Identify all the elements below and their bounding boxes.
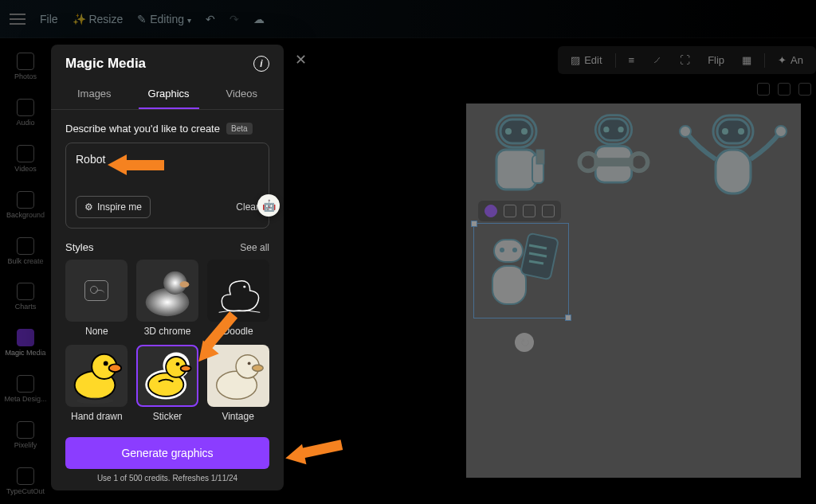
flip-button[interactable]: Flip: [703, 51, 729, 69]
svg-point-3: [243, 286, 245, 288]
refresh-icon[interactable]: ↻: [515, 333, 534, 352]
style-doodle[interactable]: Doodle: [206, 260, 269, 337]
duck-chrome-icon: [136, 260, 198, 322]
sidebar-item-videos[interactable]: Videos: [0, 145, 51, 174]
svg-point-36: [722, 128, 728, 135]
robot-graphic-2[interactable]: [574, 111, 653, 198]
generate-button[interactable]: Generate graphics: [65, 437, 269, 469]
regenerate-icon[interactable]: [484, 205, 497, 217]
sidebar-item-audio[interactable]: Audio: [0, 99, 51, 127]
svg-point-8: [76, 397, 114, 404]
align-icon[interactable]: ≡: [624, 51, 640, 69]
svg-point-13: [181, 365, 191, 371]
svg-rect-25: [536, 150, 544, 164]
animate-button[interactable]: ✦ An: [773, 51, 808, 69]
svg-point-0: [146, 288, 190, 316]
describe-label: Describe what you'd like to create: [65, 123, 220, 135]
svg-rect-41: [494, 240, 523, 262]
beta-badge: Beta: [226, 123, 253, 135]
svg-point-14: [176, 362, 180, 366]
assistant-icon[interactable]: 🤖: [257, 194, 280, 217]
robot-graphic-3[interactable]: [677, 111, 789, 207]
svg-point-6: [109, 364, 122, 372]
edit-button[interactable]: ▨ Edit: [566, 51, 606, 69]
file-menu[interactable]: File: [40, 13, 58, 25]
cloud-sync-icon[interactable]: ☁: [253, 13, 265, 25]
top-toolbar: File ✨ Resize ✎ Editing ▾ ↶ ↷ ☁: [0, 0, 816, 38]
svg-point-43: [512, 248, 517, 252]
magic-media-panel: Magic Media i Images Graphics Videos Des…: [51, 45, 284, 490]
clear-button[interactable]: Clear: [236, 201, 259, 213]
svg-point-18: [247, 361, 250, 365]
panel-tabs: Images Graphics Videos: [51, 80, 284, 110]
edit-icon: ▨: [571, 54, 580, 66]
style-3d-chrome[interactable]: 3D chrome: [136, 260, 199, 337]
duck-doodle-icon: [207, 260, 269, 322]
copy-icon[interactable]: [778, 83, 790, 96]
selection-toolbar: [478, 201, 561, 221]
svg-point-21: [505, 128, 512, 135]
info-icon[interactable]: i: [253, 56, 269, 72]
sidebar-item-charts[interactable]: Charts: [0, 283, 51, 311]
sidebar-item-magicmedia[interactable]: Magic Media: [0, 329, 51, 357]
duck-handdrawn-icon: [65, 345, 128, 407]
sidebar-item-background[interactable]: Background: [0, 191, 51, 220]
svg-point-40: [775, 126, 787, 137]
resize-menu[interactable]: ✨ Resize: [73, 13, 124, 25]
duck-sticker-icon: [138, 345, 197, 407]
svg-point-28: [603, 127, 609, 132]
styles-label: Styles: [65, 241, 93, 253]
left-sidebar: Photos Audio Videos Background Bulk crea…: [0, 38, 51, 504]
credits-text: Use 1 of 500 credits. Refreshes 1/11/24: [51, 474, 284, 490]
sidebar-item-typecutout[interactable]: TypeCutOut: [0, 467, 51, 496]
panel-title: Magic Media: [65, 56, 146, 72]
sidebar-item-bulkcreate[interactable]: Bulk create: [0, 237, 51, 266]
annotation-arrow-1: [124, 160, 164, 170]
style-none[interactable]: None: [65, 260, 128, 337]
image-placeholder-icon: [84, 280, 108, 301]
more-icon[interactable]: [542, 205, 555, 217]
svg-point-37: [738, 128, 744, 135]
curve-icon[interactable]: ⟋: [647, 51, 667, 69]
crop-icon[interactable]: ⛶: [675, 51, 695, 69]
svg-point-39: [680, 126, 691, 137]
see-all-link[interactable]: See all: [240, 242, 269, 253]
duplicate-icon[interactable]: [504, 205, 516, 217]
style-sticker[interactable]: Sticker: [136, 345, 199, 422]
prompt-input[interactable]: Robot ⚙ Inspire me Clear 🤖: [65, 143, 269, 229]
sidebar-item-photos[interactable]: Photos: [0, 53, 51, 81]
editing-menu[interactable]: ✎ Editing ▾: [137, 13, 191, 25]
styles-grid: None 3D chrome: [65, 260, 269, 422]
sidebar-item-metadesign[interactable]: Meta Desig...: [0, 375, 51, 404]
svg-point-17: [252, 365, 263, 371]
prompt-text: Robot: [76, 153, 259, 166]
svg-rect-45: [520, 233, 559, 280]
robot-graphic-selected[interactable]: [478, 228, 566, 315]
annotation-arrow-3: [300, 440, 343, 459]
robot-graphic-1[interactable]: [477, 111, 556, 207]
close-panel-button[interactable]: ✕: [295, 51, 307, 68]
sidebar-item-pixelify[interactable]: Pixelify: [0, 421, 51, 450]
element-toolbar: ▨ Edit ≡ ⟋ ⛶ Flip ▦ ✦ An: [558, 46, 816, 74]
svg-point-22: [521, 128, 528, 135]
svg-point-7: [104, 361, 108, 365]
expand-icon[interactable]: [798, 83, 811, 96]
svg-rect-38: [716, 150, 751, 193]
inspire-button[interactable]: ⚙ Inspire me: [76, 196, 151, 218]
lightbulb-icon: ⚙: [84, 201, 93, 213]
lock-icon[interactable]: [757, 83, 770, 96]
svg-point-2: [180, 281, 190, 287]
tab-images[interactable]: Images: [68, 80, 121, 109]
menu-icon[interactable]: [10, 18, 26, 20]
tab-graphics[interactable]: Graphics: [139, 80, 199, 109]
transparency-icon[interactable]: ▦: [737, 51, 756, 69]
style-hand-drawn[interactable]: Hand drawn: [65, 345, 128, 422]
undo-button[interactable]: ↶: [206, 13, 215, 25]
tab-videos[interactable]: Videos: [217, 80, 268, 109]
svg-point-42: [500, 248, 504, 252]
document-controls: [757, 83, 811, 96]
svg-point-29: [618, 127, 623, 132]
svg-rect-23: [496, 150, 536, 189]
redo-button[interactable]: ↷: [230, 13, 239, 25]
delete-icon[interactable]: [523, 205, 536, 217]
